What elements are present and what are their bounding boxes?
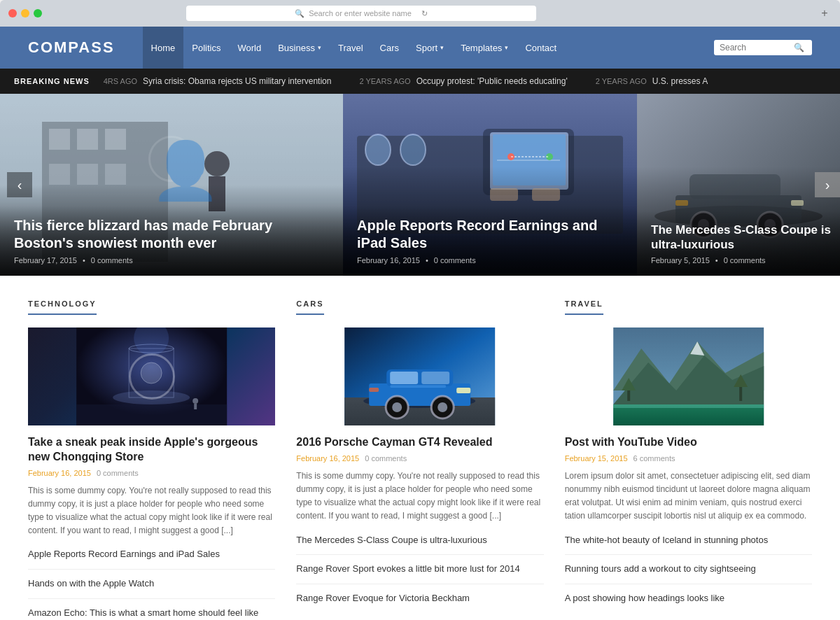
technology-article-thumb[interactable] [28,327,275,425]
cars-article-date: February 16, 2015 [296,454,359,463]
nav-item-politics[interactable]: Politics [183,27,229,69]
nav-item-templates[interactable]: Templates ▾ [452,27,517,69]
nav-item-contact[interactable]: Contact [517,27,565,69]
svg-rect-52 [390,372,418,384]
refresh-icon[interactable]: ↻ [421,9,428,18]
travel-article-meta: February 15, 2015 6 comments [565,454,812,463]
travel-link-2[interactable]: Running tours add a workout to city sigh… [565,563,812,584]
nav-templates-label: Templates [461,43,502,53]
ticker-text-1[interactable]: Syria crisis: Obama rejects US military … [143,76,331,86]
slider-next-button[interactable]: › [815,172,840,197]
technology-article-title[interactable]: Take a sneak peak inside Apple's gorgeou… [28,435,275,465]
slide-3-title[interactable]: The Mercedes S-Class Coupe is ultra-luxu… [651,223,840,253]
cars-article-meta: February 16, 2015 0 comments [296,454,543,463]
slide-2-date: February 16, 2015 [357,256,420,265]
address-bar[interactable]: 🔍 Search or enter website name ↻ [186,6,536,21]
tech-link-1[interactable]: Apple Reports Record Earnings and iPad S… [28,549,275,570]
nav-item-home[interactable]: Home [143,27,184,69]
svg-rect-53 [421,372,449,384]
cars-link-2[interactable]: Range Rover Sport evokes a little bit mo… [296,563,543,584]
search-icon: 🔍 [295,9,304,18]
slide-2-dot: • [426,256,428,265]
tech-link-2[interactable]: Hands on with the Apple Watch [28,578,275,599]
travel-article-thumb[interactable] [565,327,812,425]
slide-3-dot: • [715,256,718,265]
technology-article-excerpt: This is some dummy copy. You're not real… [28,484,275,538]
site-header: COMPASS Home Politics World Business ▾ T… [0,27,840,69]
travel-article-links: The white-hot beauty of Iceland in stunn… [565,535,812,614]
cars-article-comments: 0 comments [365,454,407,463]
site-logo[interactable]: COMPASS [28,38,115,57]
slide-2-overlay: Apple Reports Record Earnings and iPad S… [343,206,637,276]
ticker-time-2: 2 YEARS AGO [359,77,410,85]
slide-2-title[interactable]: Apple Reports Record Earnings and iPad S… [357,217,623,252]
cars-section-label: CARS [296,300,323,315]
slide-1-date: February 17, 2015 [14,256,77,265]
ticker-item-1: 4RS AGO Syria crisis: Obama rejects US m… [104,76,332,86]
nav-item-business[interactable]: Business ▾ [270,27,330,69]
content-area: TECHNOLOGY [0,276,840,620]
nav-business-label: Business [278,43,315,53]
hero-slider: ‹ [0,94,840,276]
svg-rect-59 [369,388,379,392]
cars-link-3[interactable]: Range Rover Evoque for Victoria Beckham [296,593,543,613]
ticker-text-3[interactable]: U.S. presses A [652,76,708,86]
ticker-text-2[interactable]: Occupy protest: 'Public needs educating' [416,76,568,86]
breaking-news-ticker: BREAKING NEWS 4RS AGO Syria crisis: Obam… [0,69,840,94]
svg-rect-66 [613,404,764,408]
technology-article-links: Apple Reports Record Earnings and iPad S… [28,549,275,620]
maximize-button[interactable] [34,9,42,17]
svg-rect-44 [76,404,227,425]
cars-column: CARS [296,297,543,620]
cars-article-thumb[interactable] [296,327,543,425]
site-wrapper: COMPASS Home Politics World Business ▾ T… [0,27,840,620]
travel-column: TRAVEL [565,297,812,620]
nav-item-sport[interactable]: Sport ▾ [407,27,452,69]
cars-link-1[interactable]: The Mercedes S-Class Coupe is ultra-luxu… [296,535,543,556]
ticker-time-1: 4RS AGO [104,77,137,85]
svg-point-39 [113,390,190,404]
slider-prev-button[interactable]: ‹ [7,172,32,197]
main-nav: Home Politics World Business ▾ Travel Ca… [143,27,693,69]
svg-point-45 [192,398,198,404]
cars-article-title[interactable]: 2016 Porsche Cayman GT4 Revealed [296,435,543,450]
travel-article-title[interactable]: Post with YouTube Video [565,435,812,450]
ticker-time-3: 2 YEARS AGO [596,77,647,85]
svg-point-42 [141,362,162,383]
chevron-down-icon-sport: ▾ [440,44,444,51]
travel-link-1[interactable]: The white-hot beauty of Iceland in stunn… [565,535,812,556]
nav-item-world[interactable]: World [229,27,270,69]
technology-article-comments: 0 comments [97,469,139,477]
new-tab-button[interactable]: + [818,6,832,20]
chevron-down-icon: ▾ [318,44,321,51]
technology-column: TECHNOLOGY [28,297,275,620]
ticker-items: 4RS AGO Syria crisis: Obama rejects US m… [104,76,708,86]
slide-3-overlay: The Mercedes S-Class Coupe is ultra-luxu… [637,211,840,276]
nav-sport-label: Sport [416,43,438,53]
slide-3-date: February 5, 2015 [651,256,710,265]
close-button[interactable] [8,9,17,17]
ticker-item-2: 2 YEARS AGO Occupy protest: 'Public need… [359,76,567,86]
svg-rect-46 [194,404,197,409]
travel-article-excerpt: Lorem ipsum dolor sit amet, consectetuer… [565,470,812,523]
travel-article-date: February 15, 2015 [565,454,628,463]
header-search-box[interactable]: 🔍 [714,40,812,55]
slide-3-meta: February 5, 2015 • 0 comments [651,256,826,265]
svg-rect-58 [456,388,470,393]
slide-1-title[interactable]: This fierce blizzard has made February B… [14,217,329,252]
minimize-button[interactable] [21,9,29,17]
svg-point-56 [392,402,402,412]
nav-item-cars[interactable]: Cars [372,27,407,69]
slide-1: This fierce blizzard has made February B… [0,94,343,276]
svg-rect-60 [390,385,446,388]
search-input[interactable] [720,43,790,52]
slide-2: Apple Reports Record Earnings and iPad S… [343,94,637,276]
nav-item-travel[interactable]: Travel [330,27,372,69]
ticker-item-3: 2 YEARS AGO U.S. presses A [596,76,708,86]
travel-link-3[interactable]: A post showing how headings looks like [565,593,812,613]
travel-article-comments: 6 comments [634,454,676,463]
breaking-news-label: BREAKING NEWS [14,77,90,85]
chevron-down-icon-templates: ▾ [505,44,508,51]
tech-link-3[interactable]: Amazon Echo: This is what a smart home s… [28,607,275,620]
article-columns: TECHNOLOGY [28,297,812,620]
